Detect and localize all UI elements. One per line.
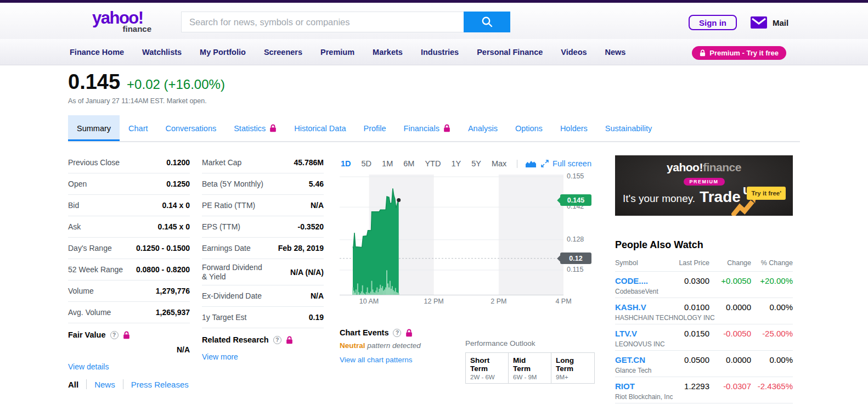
full-screen-button[interactable]: Full screen [541,159,591,168]
tab-options[interactable]: Options [506,115,551,141]
stat-label: 52 Week Range [68,265,123,274]
change: +0.0050 [721,276,751,285]
paw-row-ltvv[interactable]: LTV.VLEONOVUS INC0.0150-0.0050-25.00% [615,324,793,351]
tab-historical-data[interactable]: Historical Data [285,115,354,141]
range-button-5d[interactable]: 5D [362,159,372,168]
pattern-sentiment-suffix: pattern detected [367,341,421,350]
filter-divider [86,379,87,389]
summary-table-right: Market Cap45.786MBeta (5Y Monthly)5.46PE… [202,152,324,361]
nav-item[interactable]: My Portfolio [200,48,246,57]
range-button-max[interactable]: Max [492,159,506,168]
tab-financials[interactable]: Financials [395,115,459,141]
performance-outlook-title: Performance Outlook [465,339,595,347]
range-button-ytd[interactable]: YTD [425,159,441,168]
range-button-6m[interactable]: 6M [403,159,414,168]
stat-row: 1y Target Est0.19 [202,307,324,328]
paw-row-kashv[interactable]: KASH.VHASHCHAIN TECHNOLOGY INC0.01000.00… [615,298,793,324]
tab-analysis[interactable]: Analysis [459,115,506,141]
stat-row: Ex-Dividend DateN/A [202,285,324,307]
stat-value: -0.3520 [298,222,324,231]
mail-link[interactable]: Mail [751,16,788,29]
nav-item[interactable]: News [605,48,626,57]
last-price: 1.2293 [684,381,709,391]
price-change: +0.02 (+16.00%) [127,77,225,92]
tab-holders[interactable]: Holders [551,115,596,141]
nav-item[interactable]: Videos [561,48,587,57]
range-button-1m[interactable]: 1M [382,159,393,168]
chart-x-axis: 10 AM12 PM2 PM4 PM [340,298,592,306]
stat-label: Beta (5Y Monthly) [202,179,263,189]
change: -0.0050 [723,329,751,338]
stat-value: Feb 28, 2019 [278,244,324,252]
view-more-link[interactable]: View more [202,352,324,361]
nav-item[interactable]: Finance Home [70,48,124,57]
symbol-link[interactable]: RIOT [615,381,635,391]
symbol-link[interactable]: LTV.V [615,329,637,338]
area-chart-type-icon[interactable] [526,160,536,167]
tab-conversations[interactable]: Conversations [157,115,226,141]
stat-label: Open [68,179,87,189]
paw-row-riot[interactable]: RIOTRiot Blockchain, Inc1.2293-0.0307-2.… [615,377,793,403]
toolbar-divider [517,160,517,168]
news-filter-all[interactable]: All [68,380,78,389]
stat-label: Earnings Date [202,244,251,253]
premium-try-it-free-button[interactable]: Premium - Try it free [692,46,786,60]
stat-label: Volume [68,287,94,296]
tab-statistics[interactable]: Statistics [225,115,285,141]
tab-label: Summary [77,124,111,133]
tab-summary[interactable]: Summary [68,115,120,141]
premium-ad-banner[interactable]: yahoo!finance PREMIUM It's your money. T… [615,155,793,216]
tab-profile[interactable]: Profile [355,115,395,141]
fair-value-label: Fair Value [68,330,106,339]
paw-column-header: Change [709,259,751,267]
help-icon[interactable]: ? [393,329,401,337]
news-filter-press-releases[interactable]: Press Releases [131,380,189,389]
sign-in-button[interactable]: Sign in [689,15,737,30]
paw-row-code[interactable]: CODE....CodebaseVent0.0300+0.0050+20.00% [615,272,793,298]
range-button-1y[interactable]: 1Y [451,159,461,168]
nav-item[interactable]: Markets [373,48,403,57]
quote-header: 0.145 +0.02 (+16.00%) [68,70,225,94]
percent-change: +20.00% [760,276,793,285]
last-price: 0.0100 [684,302,709,312]
tab-label: Options [515,124,543,133]
nav-item[interactable]: Personal Finance [477,48,543,57]
range-button-5y[interactable]: 5Y [471,159,481,168]
tab-sustainability[interactable]: Sustainability [596,115,661,141]
previous-close-badge: 0.12 [560,252,591,264]
try-it-free-button[interactable]: Try it free' [747,187,786,200]
range-button-1d[interactable]: 1D [341,159,351,168]
nav-item[interactable]: Industries [421,48,459,57]
stat-row: Forward Dividend & YieldN/A (N/A) [202,259,324,285]
symbol-link[interactable]: KASH.V [615,302,646,312]
help-icon[interactable]: ? [273,336,281,344]
search-button[interactable] [464,12,510,32]
fair-value-value: N/A [68,345,190,354]
paw-row-getcn[interactable]: GET.CNGlance Tech0.05000.00000.00% [615,351,793,377]
pattern-sentiment: Neutral [340,341,365,350]
nav-item[interactable]: Premium [320,48,354,57]
nav-item[interactable]: Watchlists [142,48,182,57]
people-also-watch-header: SymbolLast PriceChange% Change [615,259,793,272]
search-input[interactable] [181,12,464,32]
help-icon[interactable]: ? [110,331,119,339]
view-details-link[interactable]: View details [68,362,190,371]
change: 0.0000 [726,302,751,312]
stat-value: 0.0800 - 0.8200 [136,265,190,274]
x-tick-label: 10 AM [359,298,379,305]
company-name: Riot Blockchain, Inc [615,393,673,401]
symbol-link[interactable]: CODE.... [615,276,648,285]
nav-item[interactable]: Screeners [264,48,302,57]
paw-column-header: Last Price [668,259,709,267]
company-name: Glance Tech [615,367,652,374]
yahoo-finance-logo[interactable]: yahoo! finance [92,8,153,33]
view-all-chart-patterns-link[interactable]: View all chart patterns [340,356,466,364]
tab-chart[interactable]: Chart [120,115,156,141]
chart-events-title: Chart Events [340,328,388,337]
stat-row: Previous Close0.1200 [68,152,190,173]
news-filter-news[interactable]: News [94,380,115,389]
stat-row: PE Ratio (TTM)N/A [202,195,324,216]
price-chart[interactable] [340,175,563,295]
stat-value: N/A [311,291,324,300]
symbol-link[interactable]: GET.CN [615,355,645,364]
